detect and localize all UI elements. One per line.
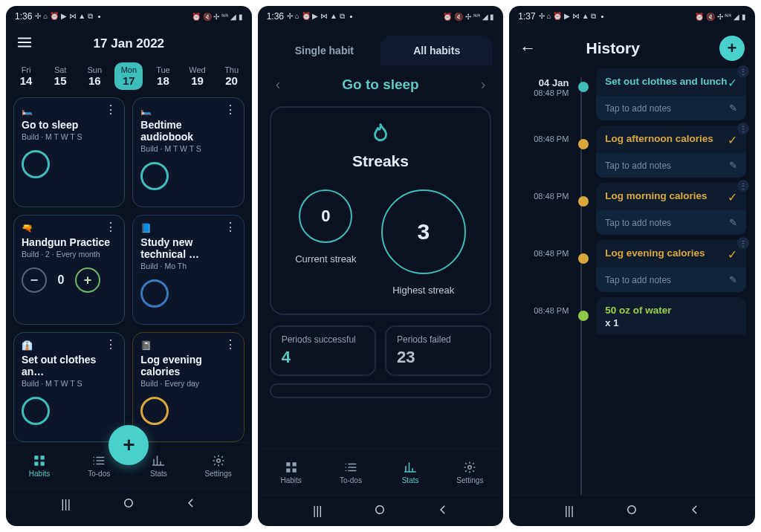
history-card[interactable]: ⋮ Set out clothes and lunch ✓ Tap to add…: [596, 68, 746, 120]
svg-rect-6: [286, 462, 290, 466]
kpi-value: 23: [397, 348, 479, 367]
history-item-water: 08:48 PM 50 oz of water x 1: [516, 297, 746, 334]
history-title: 50 oz of water: [605, 305, 671, 316]
svg-point-4: [216, 458, 220, 462]
progress-ring[interactable]: [22, 397, 50, 425]
tab-habits[interactable]: Habits: [18, 454, 61, 478]
habit-card-audiobook[interactable]: ⋮ 🛏️ Bedtime audiobook Build · M T W T S: [132, 97, 244, 207]
history-card[interactable]: 50 oz of water x 1: [596, 297, 746, 334]
tab-settings[interactable]: Settings: [448, 461, 491, 484]
day-fri[interactable]: Fri14: [12, 62, 40, 90]
tab-todos[interactable]: To-dos: [329, 461, 372, 484]
nav-home[interactable]: [625, 503, 638, 519]
nav-back[interactable]: [690, 505, 700, 518]
habit-name: Go to sleep: [342, 77, 418, 93]
history-card[interactable]: ⋮ Log morning calories ✓ Tap to add note…: [596, 183, 746, 235]
timeline-dot: [578, 139, 589, 149]
svg-point-11: [376, 505, 384, 513]
nav-home[interactable]: [373, 503, 386, 519]
card-menu-icon[interactable]: ⋮: [737, 237, 749, 249]
svg-rect-0: [34, 455, 38, 459]
habit-card-clothes[interactable]: ⋮ 👔 Set out clothes an… Build · M T W T …: [13, 332, 125, 442]
stepper-plus[interactable]: +: [75, 267, 100, 293]
habit-card-log-evening[interactable]: ⋮ 📓 Log evening calories Build · Every d…: [132, 332, 244, 442]
progress-ring[interactable]: [140, 279, 169, 308]
stepper-minus[interactable]: −: [22, 267, 47, 293]
tab-settings[interactable]: Settings: [197, 454, 240, 478]
tab-habits[interactable]: Habits: [270, 461, 313, 484]
chevron-left-icon[interactable]: ‹: [276, 76, 281, 93]
progress-ring[interactable]: [22, 150, 50, 178]
card-menu-icon[interactable]: ⋮: [103, 104, 118, 116]
status-bar: 1:36 ✢ ⌂ ⏰ ▶ ⋈ ▲ ⧉ ⏰ 🔇 ✢ ᴺᴿ ◢ ▮: [258, 6, 504, 27]
screen3-header: ← History +: [509, 27, 755, 65]
fab-add-habit[interactable]: +: [109, 425, 149, 465]
entry-date: 04 Jan: [516, 77, 569, 88]
grid-icon: [33, 454, 46, 467]
card-menu-icon[interactable]: ⋮: [103, 339, 118, 351]
nav-home[interactable]: [122, 496, 135, 513]
history-item-clothes: 04 Jan 08:48 PM ⋮ Set out clothes and lu…: [516, 68, 746, 120]
screen1-header: 17 Jan 2022: [6, 27, 252, 58]
seg-all-habits[interactable]: All habits: [380, 36, 493, 65]
android-nav: |||: [258, 495, 504, 526]
card-menu-icon[interactable]: ⋮: [737, 123, 749, 134]
nav-recents[interactable]: |||: [565, 505, 574, 518]
timeline-dot: [578, 196, 589, 207]
chart-icon: [404, 461, 417, 474]
notes-row[interactable]: Tap to add notes ✎: [596, 96, 746, 120]
kpi-row: Periods successful 4 Periods failed 23: [258, 325, 504, 376]
notes-row[interactable]: Tap to add notes ✎: [596, 210, 746, 235]
flame-icon: [369, 123, 392, 145]
history-card[interactable]: ⋮ Log evening calories ✓ Tap to add note…: [596, 240, 746, 292]
bottom-tab-bar: Habits To-dos Stats Settings: [258, 449, 504, 495]
kpi-label: Periods successful: [282, 334, 364, 345]
kpi-label: Periods failed: [397, 334, 479, 345]
habit-card-study[interactable]: ⋮ 📘 Study new technical … Build · Mo Th: [132, 215, 244, 325]
card-menu-icon[interactable]: ⋮: [737, 65, 749, 77]
card-menu-icon[interactable]: ⋮: [103, 221, 118, 233]
nav-back[interactable]: [186, 498, 196, 511]
nav-back[interactable]: [438, 505, 448, 518]
card-menu-icon[interactable]: ⋮: [223, 104, 238, 116]
svg-point-10: [468, 465, 472, 469]
tab-stats[interactable]: Stats: [389, 461, 432, 484]
day-mon-selected[interactable]: Mon17: [114, 62, 143, 90]
card-menu-icon[interactable]: ⋮: [223, 339, 238, 351]
svg-rect-1: [41, 455, 45, 459]
day-sun[interactable]: Sun16: [80, 62, 109, 90]
day-wed[interactable]: Wed19: [184, 62, 212, 90]
check-icon: ✓: [728, 76, 737, 90]
day-sat[interactable]: Sat15: [46, 62, 74, 90]
card-menu-icon[interactable]: ⋮: [223, 221, 238, 233]
card-emoji: 🛏️: [22, 106, 117, 116]
notes-row[interactable]: Tap to add notes ✎: [596, 153, 746, 178]
card-emoji: 👔: [22, 340, 117, 351]
stepper-value: 0: [54, 273, 68, 287]
check-icon: ✓: [728, 247, 737, 262]
svg-rect-7: [292, 462, 296, 466]
status-bar: 1:36 ✢ ⌂ ⏰ ▶ ⋈ ▲ ⧉ ⏰ 🔇 ✢ ᴺᴿ ◢ ▮: [6, 6, 252, 27]
card-title: Go to sleep: [22, 119, 117, 131]
status-time: 1:36: [267, 11, 284, 22]
progress-ring[interactable]: [140, 397, 169, 425]
progress-ring[interactable]: [140, 162, 169, 190]
history-card[interactable]: ⋮ Log afternoon calories ✓ Tap to add no…: [596, 126, 746, 178]
add-entry-button[interactable]: +: [719, 36, 745, 61]
gear-icon: [463, 461, 476, 474]
current-streak-label: Current streak: [295, 253, 356, 265]
chevron-right-icon[interactable]: ›: [481, 76, 486, 93]
nav-recents[interactable]: |||: [61, 498, 70, 511]
notes-row[interactable]: Tap to add notes ✎: [596, 267, 746, 292]
habit-card-handgun[interactable]: ⋮ 🔫 Handgun Practice Build · 2 · Every m…: [13, 215, 125, 325]
nav-recents[interactable]: |||: [313, 505, 322, 518]
seg-single-habit[interactable]: Single habit: [268, 36, 380, 65]
habit-card-sleep[interactable]: ⋮ 🛏️ Go to sleep Build · M T W T S: [13, 97, 125, 207]
pencil-icon: ✎: [729, 274, 737, 285]
highest-streak: 3 Highest streak: [381, 189, 466, 296]
day-tue[interactable]: Tue18: [149, 62, 177, 90]
card-menu-icon[interactable]: ⋮: [737, 180, 749, 192]
day-thu[interactable]: Thu20: [218, 62, 246, 90]
streaks-card: Streaks 0 Current streak 3 Highest strea…: [270, 106, 492, 315]
chart-icon: [152, 454, 165, 467]
